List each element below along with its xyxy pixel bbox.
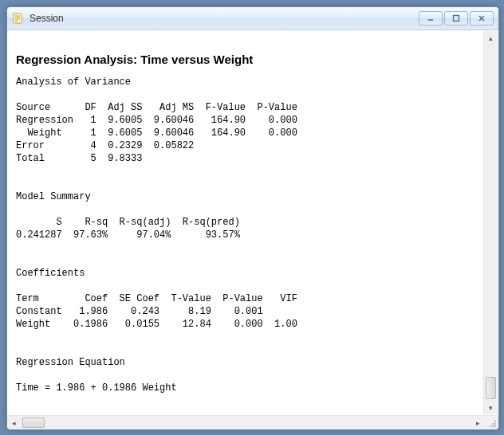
scroll-up-arrow-icon[interactable]: ▴ bbox=[485, 31, 497, 45]
anova-row: Regression 1 9.6005 9.60046 164.90 0.000 bbox=[16, 115, 297, 126]
minimize-button[interactable] bbox=[419, 11, 443, 25]
coefficients-row: Weight 0.1986 0.0155 12.84 0.000 1.00 bbox=[16, 319, 297, 330]
svg-point-11 bbox=[494, 423, 496, 425]
content-area: Regression Analysis: Time versus WeightA… bbox=[7, 30, 498, 415]
svg-point-13 bbox=[492, 425, 494, 427]
session-window: Session Regression Analysis: Time versus… bbox=[6, 6, 499, 430]
model-summary-heading: Model Summary bbox=[16, 191, 91, 202]
horizontal-scrollbar[interactable]: ◂ ▸ bbox=[7, 415, 498, 429]
anova-row: Error 4 0.2329 0.05822 bbox=[16, 140, 194, 151]
scroll-right-arrow-icon[interactable]: ▸ bbox=[471, 417, 485, 429]
session-output[interactable]: Regression Analysis: Time versus WeightA… bbox=[8, 31, 483, 414]
scroll-track[interactable] bbox=[484, 45, 498, 401]
svg-rect-6 bbox=[454, 16, 459, 22]
scroll-track[interactable] bbox=[21, 416, 471, 429]
scroll-left-arrow-icon[interactable]: ◂ bbox=[7, 417, 21, 429]
model-summary-columns: S R-sq R-sq(adj) R-sq(pred) bbox=[16, 217, 240, 228]
anova-heading: Analysis of Variance bbox=[16, 76, 131, 88]
resize-grip[interactable] bbox=[485, 416, 498, 429]
session-app-icon bbox=[12, 12, 25, 25]
coefficients-columns: Term Coef SE Coef T-Value P-Value VIF bbox=[16, 293, 297, 304]
coefficients-heading: Coefficients bbox=[16, 268, 85, 279]
anova-columns: Source DF Adj SS Adj MS F-Value P-Value bbox=[16, 102, 297, 113]
close-button[interactable] bbox=[470, 11, 494, 25]
scroll-thumb[interactable] bbox=[22, 417, 45, 428]
coefficients-row: Constant 1.986 0.243 8.19 0.001 bbox=[16, 306, 263, 317]
anova-row: Weight 1 9.6005 9.60046 164.90 0.000 bbox=[16, 127, 297, 139]
equation-heading: Regression Equation bbox=[16, 357, 125, 368]
model-summary-row: 0.241287 97.63% 97.04% 93.57% bbox=[16, 229, 240, 241]
svg-point-14 bbox=[494, 425, 496, 427]
scroll-thumb[interactable] bbox=[486, 377, 496, 399]
scroll-down-arrow-icon[interactable]: ▾ bbox=[485, 401, 497, 414]
window-title: Session bbox=[30, 13, 414, 24]
svg-point-12 bbox=[490, 425, 491, 427]
regression-equation: Time = 1.986 + 0.1986 Weight bbox=[16, 382, 177, 394]
svg-point-9 bbox=[494, 421, 496, 422]
svg-point-10 bbox=[492, 423, 494, 425]
svg-rect-0 bbox=[14, 14, 22, 23]
window-controls bbox=[419, 11, 497, 25]
maximize-button[interactable] bbox=[444, 11, 468, 25]
report-heading: Regression Analysis: Time versus Weight bbox=[16, 53, 478, 66]
titlebar[interactable]: Session bbox=[7, 7, 498, 30]
vertical-scrollbar[interactable]: ▴ ▾ bbox=[483, 31, 498, 414]
anova-row: Total 5 9.8333 bbox=[16, 153, 142, 164]
